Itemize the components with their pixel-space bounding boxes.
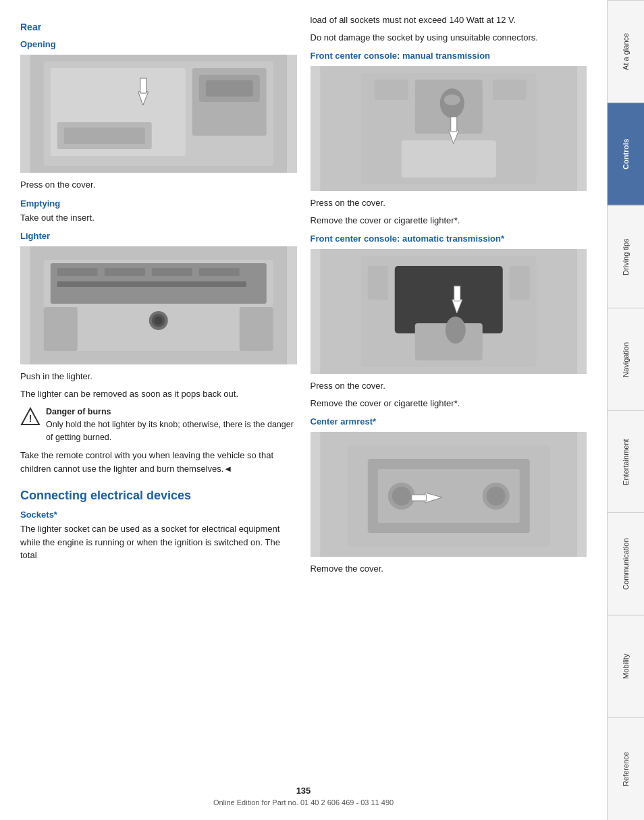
sockets-note: Do not damage the socket by using unsuit… xyxy=(311,31,587,45)
emptying-instruction: Take out the insert. xyxy=(20,211,297,225)
warning-title: Danger of burns xyxy=(46,406,297,418)
front-auto-instruction1: Press on the cover. xyxy=(311,379,587,393)
svg-point-43 xyxy=(445,317,465,344)
svg-rect-24 xyxy=(240,307,273,351)
svg-point-32 xyxy=(444,94,460,105)
lighter-instruction1: Push in the lighter. xyxy=(20,370,297,383)
page-footer: 135 Online Edition for Part no. 01 40 2 … xyxy=(0,786,607,807)
svg-rect-18 xyxy=(199,268,240,276)
svg-rect-6 xyxy=(206,80,253,97)
sidebar-item-at-a-glance[interactable]: At a glance xyxy=(608,0,644,103)
svg-rect-19 xyxy=(57,281,246,287)
svg-rect-23 xyxy=(44,307,78,351)
front-auto-image xyxy=(311,249,587,374)
svg-rect-17 xyxy=(152,268,192,276)
svg-rect-8 xyxy=(64,128,145,144)
svg-rect-47 xyxy=(454,286,460,301)
right-column: load of all sockets must not exceed 140 … xyxy=(311,13,587,793)
front-manual-instruction2: Remove the cover or cigarette lighter*. xyxy=(311,214,587,227)
svg-point-22 xyxy=(155,317,163,325)
lighter-instruction2: The lighter can be removed as soon as it… xyxy=(20,387,297,401)
svg-rect-37 xyxy=(450,117,456,132)
svg-rect-33 xyxy=(374,80,408,100)
warning-text-block: Danger of burns Only hold the hot lighte… xyxy=(46,406,297,443)
lighter-image xyxy=(20,246,297,364)
sockets-text: The lighter socket can be used as a sock… xyxy=(20,522,297,562)
svg-text:!: ! xyxy=(29,413,32,424)
svg-rect-16 xyxy=(105,268,145,276)
front-manual-heading: Front center console: manual transmissio… xyxy=(311,51,587,61)
svg-rect-45 xyxy=(509,266,529,300)
rear-opening-image xyxy=(20,55,297,173)
lighter-heading: Lighter xyxy=(20,231,297,241)
rear-heading: Rear xyxy=(20,22,297,32)
sidebar-item-mobility[interactable]: Mobility xyxy=(608,615,644,717)
sidebar-item-driving-tips[interactable]: Driving tips xyxy=(608,205,644,308)
svg-rect-15 xyxy=(57,268,98,276)
warning-body: Only hold the hot lighter by its knob; o… xyxy=(46,418,297,444)
connecting-heading: Connecting electrical devices xyxy=(20,489,297,503)
center-armrest-image xyxy=(311,432,587,557)
sidebar-item-reference[interactable]: Reference xyxy=(608,717,644,820)
sidebar-item-communication[interactable]: Communication xyxy=(608,512,644,615)
sidebar: At a glance Controls Driving tips Naviga… xyxy=(607,0,644,820)
opening-instruction: Press on the cover. xyxy=(20,178,297,192)
warning-icon: ! xyxy=(20,407,41,427)
warning-extra: Take the remote control with you when le… xyxy=(20,449,297,475)
sockets-continued: load of all sockets must not exceed 140 … xyxy=(311,13,587,27)
sidebar-item-entertainment[interactable]: Entertainment xyxy=(608,410,644,513)
center-armrest-instruction: Remove the cover. xyxy=(311,562,587,576)
svg-rect-10 xyxy=(140,78,146,93)
sidebar-item-navigation[interactable]: Navigation xyxy=(608,308,644,410)
emptying-heading: Emptying xyxy=(20,198,297,209)
warning-box: ! Danger of burns Only hold the hot ligh… xyxy=(20,406,297,443)
sidebar-item-controls[interactable]: Controls xyxy=(608,103,644,205)
front-manual-instruction1: Press on the cover. xyxy=(311,196,587,210)
svg-rect-35 xyxy=(401,140,495,177)
sockets-heading: Sockets* xyxy=(20,510,297,520)
front-auto-instruction2: Remove the cover or cigarette lighter*. xyxy=(311,397,587,410)
svg-rect-44 xyxy=(367,266,387,300)
svg-rect-58 xyxy=(411,495,426,501)
left-column: Rear Opening xyxy=(20,13,297,793)
page-number: 135 xyxy=(0,786,607,796)
center-armrest-heading: Center armrest* xyxy=(311,416,587,427)
svg-rect-34 xyxy=(492,80,526,100)
front-manual-image xyxy=(311,66,587,191)
front-auto-heading: Front center console: automatic transmis… xyxy=(311,234,587,244)
opening-heading: Opening xyxy=(20,39,297,49)
svg-point-54 xyxy=(392,487,410,505)
edition-text: Online Edition for Part no. 01 40 2 606 … xyxy=(0,798,607,807)
svg-point-56 xyxy=(486,487,505,505)
